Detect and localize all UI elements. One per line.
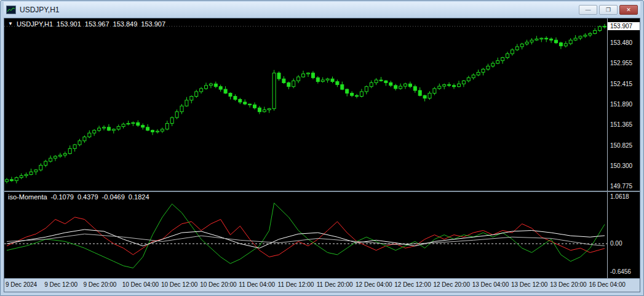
price-tick-label: 150.825 <box>610 142 632 149</box>
window-title: USDJPY,H1 <box>20 6 59 14</box>
indicator-tick-label: 1.0618 <box>610 193 629 200</box>
ohlc-low-value: 153.849 <box>113 20 138 28</box>
candlestick-chart <box>4 18 607 191</box>
current-price-label: 153.907 <box>608 22 640 30</box>
ohlc-high-value: 153.967 <box>85 20 109 28</box>
price-tick-label: 151.365 <box>610 121 632 128</box>
one-click-trading-arrow-icon[interactable]: ▼ <box>8 21 13 28</box>
time-tick-label: 9 Dec 20:00 <box>83 281 116 288</box>
restore-button[interactable]: ❐ <box>599 5 618 15</box>
minimize-button[interactable]: — <box>579 5 597 15</box>
time-tick-label: 11 Dec 12:00 <box>278 281 314 288</box>
time-tick-label: 11 Dec 04:00 <box>239 281 275 288</box>
indicator-tick-label: -0.6456 <box>610 268 631 275</box>
indicator-value-1: -0.1079 <box>51 193 74 201</box>
price-plot[interactable]: ▼ USDJPY,H1 153.901 153.967 153.849 153.… <box>4 18 607 191</box>
price-tick-label: 152.955 <box>610 60 632 66</box>
indicator-pane: iso-Momenta -0.1079 0.4379 -0.0469 0.182… <box>4 192 640 278</box>
indicator-value-3: -0.0469 <box>102 193 125 201</box>
time-tick-label: 13 Dec 12:00 <box>511 281 548 288</box>
indicator-header: iso-Momenta -0.1079 0.4379 -0.0469 0.182… <box>8 193 149 201</box>
buffer-4-silver <box>7 234 605 246</box>
time-scale[interactable]: 9 Dec 20249 Dec 12:009 Dec 20:0010 Dec 0… <box>4 278 640 292</box>
chart-client-area: ▼ USDJPY,H1 153.901 153.967 153.849 153.… <box>4 18 640 292</box>
indicator-scale[interactable]: 1.06180.00-0.6456 <box>607 192 640 278</box>
time-tick-label: 13 Dec 04:00 <box>472 281 509 288</box>
ohlc-close-value: 153.907 <box>141 20 165 28</box>
price-tick-label: 150.300 <box>610 162 632 169</box>
time-tick-label: 10 Dec 12:00 <box>161 281 198 288</box>
time-tick-label: 12 Dec 04:00 <box>356 281 392 288</box>
chart-symbol-label: USDJPY,H1 <box>17 20 53 28</box>
chart-window: USDJPY,H1 — ❐ ✕ ▼ USDJPY,H1 153.901 153.… <box>0 0 644 296</box>
time-tick-label: 9 Dec 2024 <box>6 281 37 288</box>
close-button[interactable]: ✕ <box>619 5 638 15</box>
indicator-name-label: iso-Momenta <box>8 193 47 201</box>
window-titlebar[interactable]: USDJPY,H1 — ❐ ✕ <box>4 2 640 18</box>
time-tick-label: 12 Dec 20:00 <box>433 281 470 288</box>
time-tick-label: 9 Dec 12:00 <box>44 281 78 288</box>
price-tick-label: 153.480 <box>610 39 632 46</box>
time-tick-label: 10 Dec 20:00 <box>200 281 237 288</box>
price-tick-label: 151.890 <box>610 101 632 108</box>
price-scale[interactable]: 153.480152.955152.415151.890151.365150.8… <box>607 18 640 191</box>
price-tick-label: 149.775 <box>610 183 632 190</box>
time-tick-label: 13 Dec 20:00 <box>550 281 587 288</box>
indicator-tick-label: 0.00 <box>610 240 622 247</box>
chart-window-icon <box>6 6 16 14</box>
indicator-chart <box>4 192 607 278</box>
time-tick-label: 11 Dec 20:00 <box>317 281 353 288</box>
indicator-plot[interactable]: iso-Momenta -0.1079 0.4379 -0.0469 0.182… <box>4 192 607 278</box>
buffer-3-white <box>7 230 605 248</box>
time-tick-label: 16 Dec 04:00 <box>589 281 626 288</box>
chart-header: ▼ USDJPY,H1 153.901 153.967 153.849 153.… <box>8 20 165 28</box>
ohlc-open-value: 153.901 <box>57 20 81 28</box>
indicator-value-4: 0.1824 <box>129 193 149 201</box>
time-tick-label: 10 Dec 04:00 <box>122 281 159 288</box>
buffer-2-green <box>7 203 605 268</box>
time-tick-label: 12 Dec 12:00 <box>394 281 431 288</box>
price-pane: ▼ USDJPY,H1 153.901 153.967 153.849 153.… <box>4 18 640 191</box>
window-controls: — ❐ ✕ <box>579 5 638 15</box>
indicator-value-2: 0.4379 <box>78 193 98 201</box>
price-tick-label: 152.415 <box>610 81 632 87</box>
